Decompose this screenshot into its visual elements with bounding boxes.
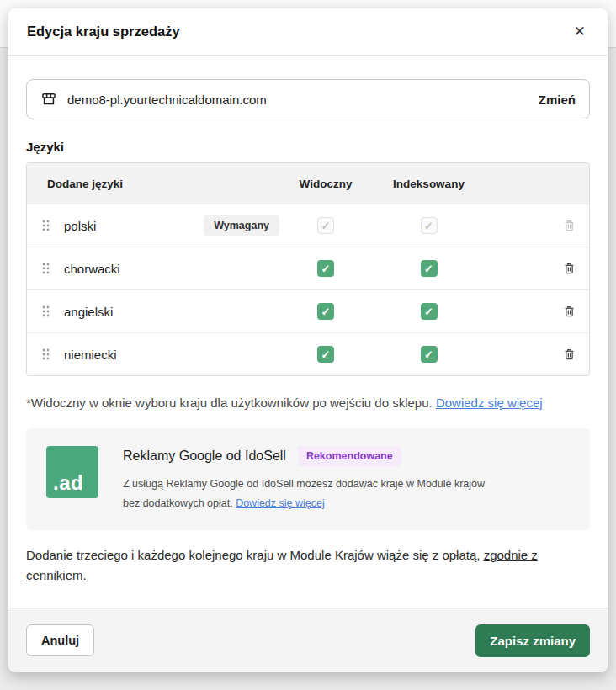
modal-header: Edycja kraju sprzedaży ✕ [8,8,608,56]
learn-more-link[interactable]: Dowiedz się więcej [436,395,543,410]
table-row-angielski: angielski ✓ ✓ [27,289,589,332]
drag-handle-icon[interactable] [40,305,51,318]
visibility-footnote: *Widoczny w oknie wyboru kraju dla użytk… [26,393,575,412]
language-name: angielski [64,305,113,319]
drag-handle-icon[interactable] [40,219,51,232]
footnote-text: *Widoczny w oknie wyboru kraju dla użytk… [26,395,436,410]
close-icon[interactable]: ✕ [571,21,589,42]
visible-checkbox[interactable]: ✓ [317,260,334,277]
indexed-checkbox: ✓ [421,217,438,234]
visible-checkbox: ✓ [317,217,334,234]
domain-field: demo8-pl.yourtechnicaldomain.com Zmień [26,79,590,119]
column-header-visible: Widoczny [279,178,372,190]
save-changes-button[interactable]: Zapisz zmiany [475,624,590,657]
drag-handle-icon[interactable] [40,348,51,361]
language-name: niemiecki [64,348,117,362]
fee-note-text: Dodanie trzeciego i każdego kolejnego kr… [26,548,484,562]
delete-language-button[interactable] [560,302,578,321]
modal-footer: Anuluj Zapisz zmiany [8,608,608,672]
visible-checkbox[interactable]: ✓ [317,346,334,363]
modal-body: demo8-pl.yourtechnicaldomain.com Zmień J… [8,56,608,608]
table-header-row: Dodane języki Widoczny Indeksowany [27,163,589,204]
indexed-checkbox[interactable]: ✓ [421,303,438,320]
edit-sales-country-modal: Edycja kraju sprzedaży ✕ demo8-pl.yourte… [8,8,608,672]
drag-handle-icon[interactable] [40,262,51,275]
table-row-polski: polski Wymagany ✓ ✓ [27,204,589,247]
table-row-niemiecki: niemiecki ✓ ✓ [27,332,589,375]
delete-language-button[interactable] [560,345,578,364]
domain-value: demo8-pl.yourtechnicaldomain.com [67,93,267,107]
fee-note: Dodanie trzeciego i każdego kolejnego kr… [26,545,590,586]
delete-language-button[interactable] [560,259,578,278]
column-header-added-languages: Dodane języki [27,178,279,190]
promo-description: Z usługą Reklamy Google od IdoSell możes… [123,475,497,512]
visible-checkbox[interactable]: ✓ [317,303,334,320]
indexed-checkbox[interactable]: ✓ [421,346,438,363]
indexed-checkbox[interactable]: ✓ [421,260,438,277]
storefront-icon [40,91,57,108]
language-name: chorwacki [64,262,120,276]
languages-section-label: Języki [26,140,590,154]
idosell-ads-logo: .ad [46,446,98,498]
languages-table: Dodane języki Widoczny Indeksowany polsk… [26,162,590,376]
language-name: polski [64,219,96,233]
required-badge: Wymagany [204,215,279,236]
cancel-button[interactable]: Anuluj [26,624,94,656]
promo-title: Reklamy Google od IdoSell [123,448,286,464]
table-row-chorwacki: chorwacki ✓ ✓ [27,247,589,289]
modal-title: Edycja kraju sprzedaży [27,24,180,40]
recommended-badge: Rekomendowane [298,446,401,466]
google-ads-promo: .ad Reklamy Google od IdoSell Rekomendow… [26,428,590,530]
column-header-indexed: Indeksowany [372,178,486,190]
promo-learn-more-link[interactable]: Dowiedz się więcej [236,497,325,509]
change-domain-link[interactable]: Zmień [539,93,576,107]
delete-language-button [560,216,578,235]
